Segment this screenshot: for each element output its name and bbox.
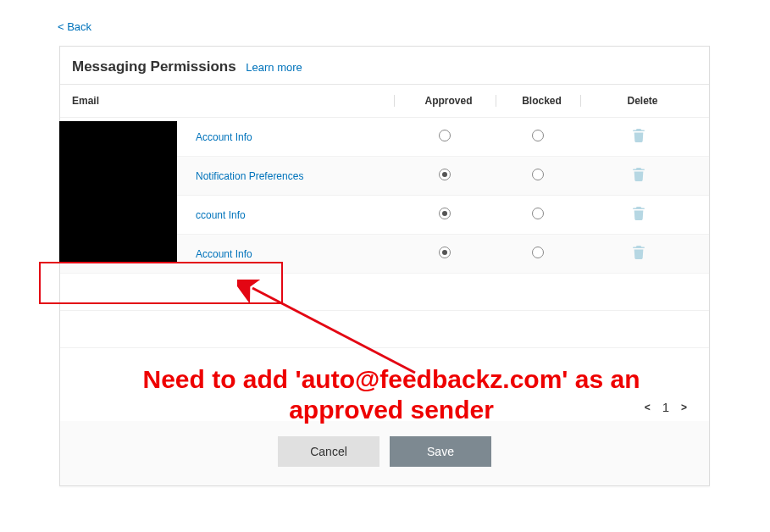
page-number: 1 xyxy=(662,400,669,414)
approved-radio[interactable] xyxy=(439,169,451,180)
header-approved: Approved xyxy=(394,95,496,107)
next-page-button[interactable]: > xyxy=(681,402,687,413)
approved-radio[interactable] xyxy=(439,130,451,141)
panel-header: Messaging Permissions Learn more xyxy=(60,47,709,85)
learn-more-link[interactable]: Learn more xyxy=(246,61,302,74)
column-headers: Email Approved Blocked Delete xyxy=(60,85,709,118)
blocked-radio[interactable] xyxy=(532,130,544,141)
redaction-block xyxy=(59,121,177,262)
header-blocked: Blocked xyxy=(496,95,580,107)
prev-page-button[interactable]: < xyxy=(645,402,651,413)
approved-radio[interactable] xyxy=(439,247,451,258)
approved-radio[interactable] xyxy=(439,208,451,219)
pager: < 1 > xyxy=(645,400,687,414)
panel-title: Messaging Permissions xyxy=(72,58,236,75)
header-delete: Delete xyxy=(580,95,697,107)
back-link[interactable]: < Back xyxy=(58,20,91,33)
cancel-button[interactable]: Cancel xyxy=(278,436,379,467)
annotation-arrow xyxy=(237,280,432,381)
header-email: Email xyxy=(72,95,394,107)
svg-line-0 xyxy=(252,288,415,373)
buttons-row: Cancel Save xyxy=(60,421,709,485)
save-button[interactable]: Save xyxy=(390,436,491,467)
blocked-radio[interactable] xyxy=(532,208,544,219)
delete-button[interactable] xyxy=(580,246,697,263)
delete-button[interactable] xyxy=(580,207,697,224)
blocked-radio[interactable] xyxy=(532,169,544,180)
delete-button[interactable] xyxy=(580,168,697,185)
blocked-radio[interactable] xyxy=(532,247,544,258)
delete-button[interactable] xyxy=(580,129,697,146)
